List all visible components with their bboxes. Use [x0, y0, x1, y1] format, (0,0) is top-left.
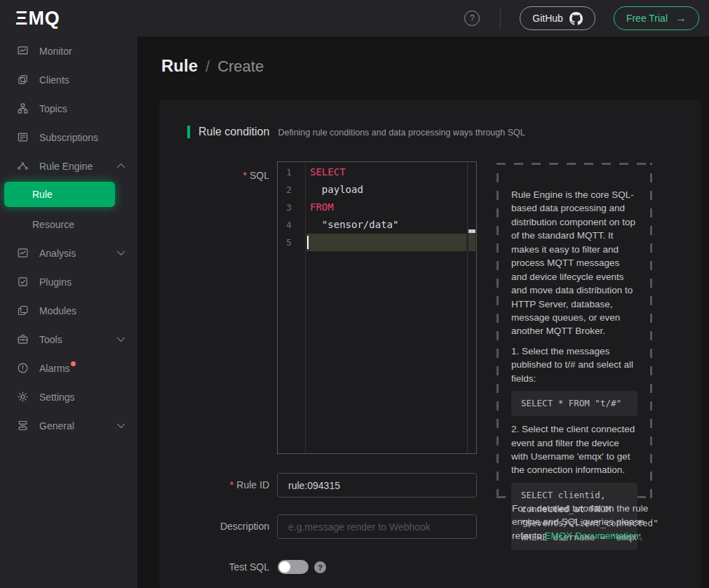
- free-trial-button[interactable]: Free Trial →: [614, 6, 699, 30]
- sidebar-item-label: Plugins: [39, 276, 72, 288]
- github-icon: [569, 12, 583, 25]
- gear-icon: [17, 391, 29, 403]
- analysis-icon: [17, 247, 29, 259]
- sidebar-item-rule-engine[interactable]: Rule Engine: [0, 152, 137, 180]
- section-subtitle: Defining rule conditions and data proces…: [278, 128, 525, 138]
- rule-engine-icon: [17, 160, 29, 172]
- sidebar-item-clients[interactable]: Clients: [0, 65, 137, 94]
- sidebar-item-alarms[interactable]: Alarms: [0, 354, 137, 382]
- general-icon: [17, 420, 29, 432]
- rule-engine-help-panel: Rule Engine is the core SQL-based data p…: [497, 163, 652, 498]
- code-line: [306, 234, 466, 251]
- line-number: 4: [278, 216, 305, 234]
- breadcrumb-current: Create: [217, 58, 264, 76]
- sidebar-item-settings[interactable]: Settings: [0, 382, 137, 411]
- clients-icon: [17, 74, 29, 86]
- code-line: SELECT: [306, 163, 466, 181]
- sidebar-item-label: Subscriptions: [39, 132, 98, 143]
- emqx-documentation-link[interactable]: EMQX Documentation: [545, 530, 639, 541]
- sidebar-item-monitor[interactable]: Monitor: [0, 36, 137, 65]
- free-trial-label: Free Trial: [626, 13, 668, 24]
- sidebar-subitem-resource[interactable]: Resource: [0, 210, 137, 239]
- sidebar-item-modules[interactable]: Modules: [0, 296, 137, 325]
- description-field-label: Description: [159, 521, 269, 532]
- line-number: 3: [278, 199, 305, 216]
- editor-scrollbar-thumb[interactable]: [468, 229, 475, 233]
- sidebar-item-tools[interactable]: Tools: [0, 325, 137, 354]
- help-intro-text: Rule Engine is the core SQL-based data p…: [511, 188, 637, 338]
- tools-icon: [17, 333, 29, 345]
- editor-line-number-gutter: 1 2 3 4 5: [278, 162, 306, 453]
- emq-logo[interactable]: ΞMQ: [0, 0, 137, 36]
- line-number: 5: [278, 234, 305, 251]
- sidebar-item-label: Clients: [39, 74, 69, 86]
- line-number: 1: [278, 163, 305, 181]
- breadcrumb-rule-link[interactable]: Rule: [161, 56, 198, 76]
- main-content: Rule / Create Rule condition Defining ru…: [137, 36, 709, 588]
- description-input[interactable]: [277, 514, 477, 539]
- sql-code-editor[interactable]: 1 2 3 4 5 SELECT payload FROM "sensor/da…: [277, 161, 477, 454]
- help-footer-text: For a detailed tutorial on the rule engi…: [512, 502, 654, 542]
- test-sql-help-icon[interactable]: ?: [314, 561, 326, 573]
- sidebar-subitem-rule-selected[interactable]: Rule: [4, 182, 115, 207]
- help-example1-label: 1. Select the messages published to t/# …: [511, 345, 637, 385]
- sidebar-item-label: Analysis: [39, 248, 76, 259]
- chevron-down-icon: [115, 247, 127, 259]
- rule-create-card: Rule condition Defining rule conditions …: [159, 100, 701, 588]
- editor-scrollbar: [467, 162, 476, 453]
- rule-condition-header: Rule condition Defining rule conditions …: [187, 126, 525, 138]
- arrow-right-icon: →: [675, 13, 687, 24]
- footer-period: 。: [639, 530, 649, 541]
- sidebar-item-label: General: [39, 420, 74, 432]
- rule-id-input[interactable]: [277, 473, 477, 497]
- editor-scrollbar-active-mark: [468, 232, 475, 251]
- sidebar-item-label: Alarms: [39, 363, 70, 374]
- test-sql-field-label: Test SQL: [159, 561, 269, 573]
- editor-text-cursor: [307, 236, 309, 249]
- editor-code-area: SELECT payload FROM "sensor/data": [306, 163, 466, 251]
- chevron-down-icon: [115, 333, 127, 345]
- alarms-icon: [17, 362, 29, 374]
- sidebar: ΞMQ Monitor Clients Topics Subscriptions…: [0, 0, 137, 588]
- sidebar-item-label: Monitor: [39, 46, 72, 57]
- topics-icon: [17, 102, 29, 114]
- github-button[interactable]: GitHub: [520, 6, 595, 30]
- sidebar-item-plugins[interactable]: Plugins: [0, 267, 137, 296]
- section-accent-bar: [187, 126, 190, 138]
- sidebar-item-analysis[interactable]: Analysis: [0, 239, 137, 267]
- topbar-divider: [500, 8, 501, 29]
- sql-field-label: *SQL: [159, 170, 269, 181]
- sidebar-item-label: Rule Engine: [39, 161, 93, 172]
- sidebar-item-label: Settings: [39, 392, 75, 403]
- required-asterisk: *: [243, 170, 247, 181]
- sidebar-item-subscriptions[interactable]: Subscriptions: [0, 123, 137, 152]
- code-line: "sensor/data": [306, 216, 466, 234]
- section-title: Rule condition: [198, 126, 269, 138]
- monitor-icon: [17, 45, 29, 57]
- help-example2-label: 2. Select the client connected event and…: [511, 422, 637, 477]
- chevron-down-icon: [115, 420, 127, 432]
- sidebar-item-general[interactable]: General: [0, 411, 137, 440]
- code-line: FROM: [306, 199, 466, 216]
- topbar: ? GitHub Free Trial →: [137, 0, 709, 36]
- subscriptions-icon: [17, 131, 29, 143]
- line-number: 2: [278, 181, 305, 199]
- test-sql-toggle[interactable]: [278, 560, 309, 574]
- emqx-dashboard: ? GitHub Free Trial → ΞMQ Monitor Client…: [0, 0, 709, 588]
- plugins-icon: [17, 276, 29, 288]
- github-button-label: GitHub: [532, 13, 563, 24]
- rule-id-field-label: *Rule ID: [159, 479, 269, 490]
- breadcrumb-separator: /: [205, 58, 210, 76]
- sidebar-subitem-label: Resource: [32, 219, 74, 230]
- sidebar-item-label: Tools: [39, 334, 62, 345]
- sidebar-item-topics[interactable]: Topics: [0, 94, 137, 123]
- code-line: payload: [306, 181, 466, 199]
- code-line: SELECT clientid,: [521, 488, 628, 502]
- toggle-knob: [279, 561, 290, 573]
- sidebar-item-label: Modules: [39, 305, 76, 316]
- alarm-badge-dot: [71, 361, 76, 366]
- sidebar-menu: Monitor Clients Topics Subscriptions Rul…: [0, 36, 137, 440]
- help-example1-code: SELECT * FROM "t/#": [511, 391, 637, 416]
- help-icon[interactable]: ?: [464, 11, 480, 26]
- modules-icon: [17, 305, 29, 316]
